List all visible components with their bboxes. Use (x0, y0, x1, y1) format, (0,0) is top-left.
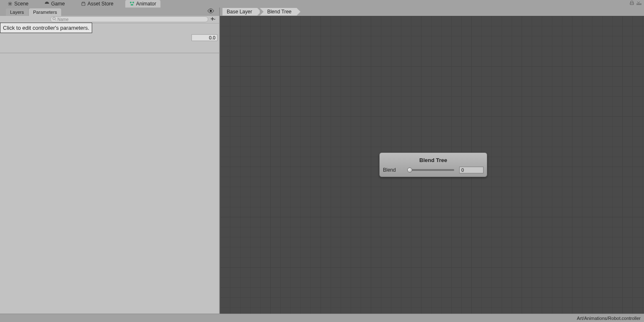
game-icon (44, 1, 49, 6)
tab-asset-store[interactable]: Asset Store (77, 0, 118, 8)
graph-panel: Base Layer Blend Tree Blend Tree Blend 0 (220, 8, 644, 314)
blend-value-field[interactable]: 0 (459, 167, 484, 173)
context-menu-icon[interactable] (636, 1, 641, 5)
tab-label: Animator (136, 1, 156, 7)
svg-point-0 (130, 2, 132, 3)
tab-animator[interactable]: Animator (125, 0, 160, 8)
animator-icon (129, 1, 134, 6)
window-controls (630, 1, 641, 5)
tab-label: Scene (14, 1, 28, 7)
parameter-value-field[interactable]: 0.0 (191, 34, 217, 41)
graph-canvas[interactable]: Blend Tree Blend 0 (220, 16, 644, 314)
parameters-panel: Layers Parameters Name Click to edit con… (0, 8, 220, 314)
breadcrumb-item[interactable]: Blend Tree (260, 8, 297, 15)
tab-scene[interactable]: Scene (3, 0, 33, 8)
tooltip: Click to edit controller's parameters. (0, 23, 92, 33)
subtab-layers[interactable]: Layers (6, 8, 28, 16)
subtab-parameters[interactable]: Parameters (29, 8, 61, 16)
node-param-label: Blend (383, 167, 404, 173)
breadcrumb: Base Layer Blend Tree (220, 8, 644, 16)
tooltip-text: Click to edit controller's parameters. (3, 25, 89, 31)
slider-track (409, 169, 454, 171)
blend-slider[interactable] (406, 167, 457, 173)
tab-game[interactable]: Game (40, 0, 69, 8)
parameter-list (0, 53, 219, 314)
window-tabs: Scene Game Asset Store Animator (0, 0, 644, 8)
panel-subtabs: Layers Parameters (0, 8, 219, 16)
search-icon (52, 17, 57, 21)
subtab-label: Layers (10, 10, 24, 15)
search-placeholder: Name (57, 17, 69, 22)
tab-label: Game (51, 1, 65, 7)
asset-store-icon (81, 1, 86, 6)
crumb-label: Base Layer (227, 9, 252, 15)
crumb-label: Blend Tree (267, 9, 292, 15)
status-bar: Art/Animations/Robot.controller (0, 314, 644, 322)
svg-point-1 (132, 2, 134, 3)
scene-icon (8, 1, 13, 6)
node-title: Blend Tree (383, 155, 484, 167)
parameter-row[interactable]: 0.0 (191, 34, 217, 41)
blend-tree-node[interactable]: Blend Tree Blend 0 (379, 152, 487, 177)
eye-icon[interactable] (207, 8, 214, 13)
tab-label: Asset Store (88, 1, 114, 7)
add-parameter-button[interactable] (209, 16, 217, 23)
asset-path: Art/Animations/Robot.controller (577, 316, 641, 321)
svg-rect-2 (131, 4, 133, 5)
svg-point-4 (53, 17, 55, 20)
lock-icon[interactable] (630, 1, 634, 5)
svg-point-3 (210, 10, 212, 12)
animator-body: Layers Parameters Name Click to edit con… (0, 8, 644, 314)
search-input[interactable]: Name (50, 16, 208, 22)
subtab-label: Parameters (33, 10, 57, 15)
slider-thumb[interactable] (407, 167, 412, 173)
node-param-row: Blend 0 (383, 167, 484, 173)
breadcrumb-item[interactable]: Base Layer (222, 8, 257, 15)
